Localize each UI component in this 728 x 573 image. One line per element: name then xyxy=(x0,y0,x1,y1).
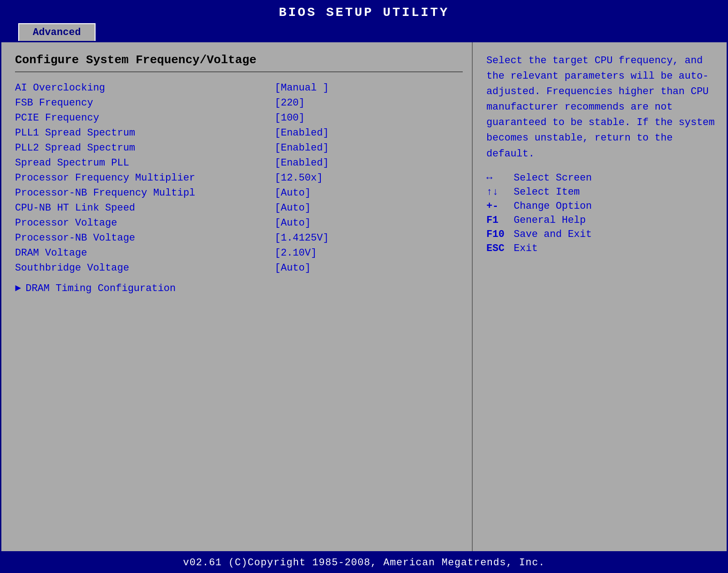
setting-value-12: [Auto] xyxy=(275,262,463,274)
key-row-2: +- Change Option xyxy=(486,199,718,213)
key-row-4: F10 Save and Exit xyxy=(486,227,718,241)
table-row[interactable]: Processor-NB Voltage [1.4125V] xyxy=(15,231,463,246)
setting-value-3: [Enabled] xyxy=(275,127,463,139)
tab-advanced[interactable]: Advanced xyxy=(18,23,96,41)
table-row[interactable]: PLL2 Spread Spectrum [Enabled] xyxy=(15,141,463,156)
setting-value-1: [220] xyxy=(275,97,463,109)
key-label-3: F1 xyxy=(486,215,514,226)
key-desc-2: Change Option xyxy=(514,201,718,212)
key-label-2: +- xyxy=(486,201,514,212)
help-text: Select the target CPU frequency, and the… xyxy=(486,53,718,162)
table-row[interactable]: DRAM Voltage [2.10V] xyxy=(15,246,463,261)
setting-label-0: AI Overclocking xyxy=(15,82,275,94)
table-row[interactable]: PCIE Frequency [100] xyxy=(15,111,463,126)
table-row[interactable]: CPU-NB HT Link Speed [Auto] xyxy=(15,201,463,216)
key-label-5: ESC xyxy=(486,243,514,254)
key-desc-1: Select Item xyxy=(514,186,718,198)
setting-label-2: PCIE Frequency xyxy=(15,112,275,124)
setting-value-10: [1.4125V] xyxy=(275,232,463,244)
table-row[interactable]: AI Overclocking [Manual ] xyxy=(15,80,463,96)
setting-label-7: Processor-NB Frequency Multipl xyxy=(15,187,275,199)
table-row[interactable]: PLL1 Spread Spectrum [Enabled] xyxy=(15,126,463,141)
settings-table: AI Overclocking [Manual ] FSB Frequency … xyxy=(15,80,463,276)
table-row[interactable]: Southbridge Voltage [Auto] xyxy=(15,261,463,276)
setting-value-4: [Enabled] xyxy=(275,142,463,154)
key-desc-5: Exit xyxy=(514,243,718,254)
setting-label-4: PLL2 Spread Spectrum xyxy=(15,142,275,154)
key-desc-0: Select Screen xyxy=(514,172,718,184)
key-help: ↔ Select Screen ↑↓ Select Item +- Change… xyxy=(486,171,718,256)
setting-value-8: [Auto] xyxy=(275,202,463,214)
section-title: Configure System Frequency/Voltage xyxy=(15,53,463,67)
table-row[interactable]: Processor Voltage [Auto] xyxy=(15,216,463,231)
table-row[interactable]: FSB Frequency [220] xyxy=(15,96,463,111)
setting-label-8: CPU-NB HT Link Speed xyxy=(15,202,275,214)
setting-value-0: [Manual ] xyxy=(275,82,463,94)
submenu-dram-timing[interactable]: ► DRAM Timing Configuration xyxy=(15,276,463,296)
setting-label-9: Processor Voltage xyxy=(15,217,275,229)
setting-value-2: [100] xyxy=(275,112,463,124)
key-row-0: ↔ Select Screen xyxy=(486,171,718,185)
key-row-3: F1 General Help xyxy=(486,213,718,227)
title-text: BIOS SETUP UTILITY xyxy=(279,5,449,20)
table-row[interactable]: Processor-NB Frequency Multipl [Auto] xyxy=(15,186,463,201)
footer: v02.61 (C)Copyright 1985-2008, American … xyxy=(0,553,728,573)
key-desc-3: General Help xyxy=(514,215,718,226)
main-content: Configure System Frequency/Voltage AI Ov… xyxy=(0,41,728,553)
setting-label-6: Processor Frequency Multiplier xyxy=(15,172,275,184)
submenu-label: DRAM Timing Configuration xyxy=(25,283,176,294)
key-label-0: ↔ xyxy=(486,172,514,184)
setting-value-9: [Auto] xyxy=(275,217,463,229)
setting-label-12: Southbridge Voltage xyxy=(15,262,275,274)
title-bar: BIOS SETUP UTILITY xyxy=(0,0,728,23)
nav-tabs: Advanced xyxy=(0,23,728,41)
submenu-arrow-icon: ► xyxy=(15,283,21,294)
setting-label-3: PLL1 Spread Spectrum xyxy=(15,127,275,139)
setting-label-1: FSB Frequency xyxy=(15,97,275,109)
bios-screen: BIOS SETUP UTILITY Advanced Configure Sy… xyxy=(0,0,728,573)
section-divider xyxy=(15,71,463,72)
key-row-5: ESC Exit xyxy=(486,241,718,256)
setting-label-5: Spread Spectrum PLL xyxy=(15,157,275,169)
left-panel: Configure System Frequency/Voltage AI Ov… xyxy=(1,42,473,551)
setting-value-11: [2.10V] xyxy=(275,247,463,259)
right-panel: Select the target CPU frequency, and the… xyxy=(473,42,727,551)
setting-label-10: Processor-NB Voltage xyxy=(15,232,275,244)
key-row-1: ↑↓ Select Item xyxy=(486,185,718,199)
setting-value-6: [12.50x] xyxy=(275,172,463,184)
key-desc-4: Save and Exit xyxy=(514,229,718,240)
setting-value-5: [Enabled] xyxy=(275,157,463,169)
key-label-4: F10 xyxy=(486,229,514,240)
footer-text: v02.61 (C)Copyright 1985-2008, American … xyxy=(183,557,545,568)
table-row[interactable]: Spread Spectrum PLL [Enabled] xyxy=(15,156,463,171)
setting-value-7: [Auto] xyxy=(275,187,463,199)
setting-label-11: DRAM Voltage xyxy=(15,247,275,259)
table-row[interactable]: Processor Frequency Multiplier [12.50x] xyxy=(15,171,463,186)
key-label-1: ↑↓ xyxy=(486,186,514,198)
